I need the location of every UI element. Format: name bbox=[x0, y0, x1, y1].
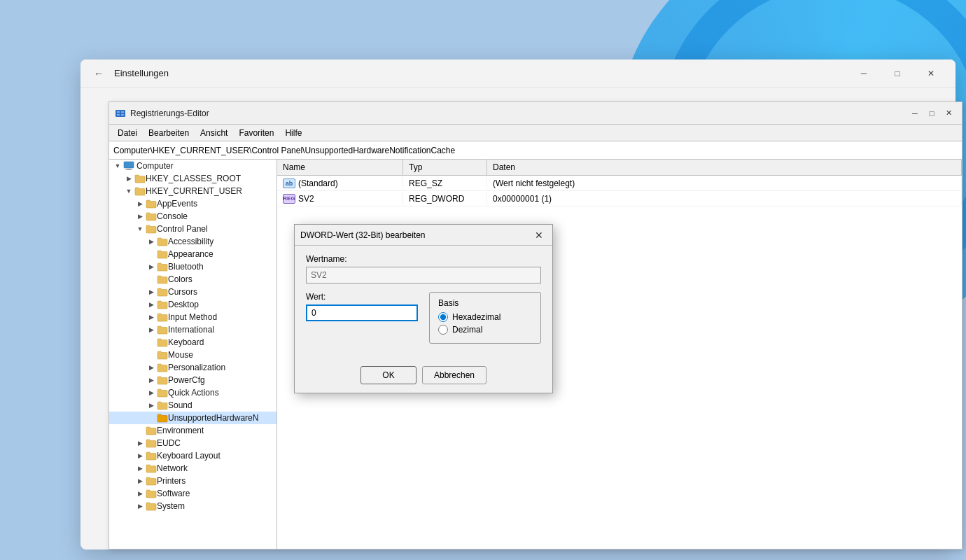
tree-environment[interactable]: Environment bbox=[109, 424, 276, 437]
folder-icon-unsupported bbox=[157, 413, 168, 423]
system-expander: ▶ bbox=[134, 500, 146, 512]
international-label: International bbox=[168, 325, 214, 335]
menu-bearbeiten[interactable]: Bearbeiten bbox=[143, 127, 195, 139]
tree-desktop[interactable]: ▶ Desktop bbox=[109, 298, 276, 311]
svg-rect-4 bbox=[121, 114, 124, 115]
back-button[interactable]: ← bbox=[89, 64, 108, 83]
folder-icon-powercfg bbox=[157, 375, 168, 385]
tree-network[interactable]: ▶ Network bbox=[109, 462, 276, 475]
tree-printers[interactable]: ▶ Printers bbox=[109, 475, 276, 487]
minimize-button[interactable]: ─ bbox=[848, 62, 880, 85]
console-label: Console bbox=[157, 211, 188, 221]
ok-button[interactable]: OK bbox=[360, 366, 416, 384]
bluetooth-label: Bluetooth bbox=[168, 262, 204, 272]
cursors-label: Cursors bbox=[168, 287, 197, 297]
folder-icon-system bbox=[146, 501, 157, 511]
menu-favoriten[interactable]: Favoriten bbox=[233, 127, 279, 139]
dezimal-radio[interactable] bbox=[438, 325, 448, 335]
folder-icon-international bbox=[157, 325, 168, 335]
console-expander: ▶ bbox=[134, 211, 146, 222]
tree-colors[interactable]: Colors bbox=[109, 273, 276, 286]
tree-personalization[interactable]: ▶ Personalization bbox=[109, 361, 276, 374]
tree-console[interactable]: ▶ Console bbox=[109, 210, 276, 223]
menu-datei[interactable]: Datei bbox=[112, 127, 143, 139]
folder-icon-sound bbox=[157, 400, 168, 410]
settings-title: Einstellungen bbox=[114, 68, 169, 78]
mouse-label: Mouse bbox=[168, 350, 193, 360]
tree-appearance[interactable]: Appearance bbox=[109, 248, 276, 260]
basis-col: Basis Hexadezimal Dezimal bbox=[429, 292, 541, 344]
svg-rect-1 bbox=[117, 111, 120, 113]
tree-quickactions[interactable]: ▶ Quick Actions bbox=[109, 386, 276, 399]
tree-cursors[interactable]: ▶ Cursors bbox=[109, 286, 276, 298]
folder-icon-personalization bbox=[157, 363, 168, 372]
folder-icon-appearance bbox=[157, 249, 168, 259]
accessibility-label: Accessibility bbox=[168, 237, 214, 246]
menu-hilfe[interactable]: Hilfe bbox=[279, 127, 307, 139]
abbrechen-button[interactable]: Abbrechen bbox=[422, 366, 486, 384]
basis-group: Basis Hexadezimal Dezimal bbox=[429, 292, 541, 344]
tree-appevents[interactable]: ▶ AppEvents bbox=[109, 197, 276, 210]
hkcr-label: HKEY_CLASSES_ROOT bbox=[146, 174, 241, 183]
tree-bluetooth[interactable]: ▶ Bluetooth bbox=[109, 260, 276, 273]
software-label: Software bbox=[157, 489, 190, 498]
tree-international[interactable]: ▶ International bbox=[109, 323, 276, 336]
tree-sound[interactable]: ▶ Sound bbox=[109, 399, 276, 412]
row2-type: REG_DWORD bbox=[403, 192, 487, 205]
quickactions-expander: ▶ bbox=[146, 387, 157, 398]
folder-icon-colors bbox=[157, 274, 168, 284]
dezimal-radio-row[interactable]: Dezimal bbox=[438, 325, 532, 335]
close-button[interactable]: ✕ bbox=[915, 62, 947, 85]
row2-data: 0x00000001 (1) bbox=[487, 192, 962, 205]
wertname-label: Wertname: bbox=[306, 254, 541, 264]
wert-input[interactable] bbox=[306, 304, 418, 321]
th-name: Name bbox=[277, 160, 403, 175]
menu-bar: Datei Bearbeiten Ansicht Favoriten Hilfe bbox=[109, 125, 962, 141]
tree-keyboard[interactable]: Keyboard bbox=[109, 336, 276, 349]
svg-rect-0 bbox=[115, 110, 125, 117]
quickactions-label: Quick Actions bbox=[168, 388, 219, 398]
reg-maximize-btn[interactable]: □ bbox=[924, 106, 939, 120]
dword-dialog: DWORD-Wert (32-Bit) bearbeiten ✕ Wertnam… bbox=[294, 224, 553, 393]
tree-mouse[interactable]: Mouse bbox=[109, 349, 276, 361]
bluetooth-expander: ▶ bbox=[146, 261, 157, 272]
tree-system[interactable]: ▶ System bbox=[109, 500, 276, 512]
keyboardlayout-expander: ▶ bbox=[134, 450, 146, 461]
reg-app-icon bbox=[115, 108, 126, 119]
tree-keyboardlayout[interactable]: ▶ Keyboard Layout bbox=[109, 449, 276, 462]
settings-title-bar: ← Einstellungen ─ □ ✕ bbox=[80, 59, 955, 88]
tree-controlpanel[interactable]: ▼ Control Panel bbox=[109, 223, 276, 235]
hexadezimal-radio[interactable] bbox=[438, 312, 448, 322]
tree-accessibility[interactable]: ▶ Accessibility bbox=[109, 235, 276, 248]
folder-icon-bluetooth bbox=[157, 262, 168, 272]
powercfg-label: PowerCfg bbox=[168, 375, 205, 385]
address-bar: Computer\HKEY_CURRENT_USER\Control Panel… bbox=[109, 141, 962, 160]
environment-label: Environment bbox=[157, 426, 204, 435]
folder-icon-console bbox=[146, 211, 157, 221]
tree-unsupported[interactable]: UnsupportedHardwareN bbox=[109, 412, 276, 424]
appearance-label: Appearance bbox=[168, 249, 214, 259]
table-row[interactable]: REG SV2 REG_DWORD 0x00000001 (1) bbox=[277, 191, 962, 206]
hexadezimal-radio-row[interactable]: Hexadezimal bbox=[438, 312, 532, 322]
folder-icon-inputmethod bbox=[157, 312, 168, 322]
tree-hkcr[interactable]: ▶ HKEY_CLASSES_ROOT bbox=[109, 172, 276, 185]
tree-eudc[interactable]: ▶ EUDC bbox=[109, 437, 276, 449]
tree-inputmethod[interactable]: ▶ Input Method bbox=[109, 311, 276, 323]
wertname-input[interactable] bbox=[306, 267, 541, 284]
reg-close-btn[interactable]: ✕ bbox=[941, 106, 956, 120]
row1-data: (Wert nicht festgelegt) bbox=[487, 177, 962, 190]
tree-panel[interactable]: ▼ Computer ▶ HKEY_CLASSES_ROOT ▼ bbox=[109, 160, 277, 549]
reg-minimize-btn[interactable]: ─ bbox=[907, 106, 923, 120]
tree-hkcu[interactable]: ▼ HKEY_CURRENT_USER bbox=[109, 185, 276, 197]
maximize-button[interactable]: □ bbox=[881, 62, 913, 85]
dialog-body: Wertname: Wert: Basis Hexadezimal bbox=[295, 246, 552, 360]
personalization-label: Personalization bbox=[168, 363, 225, 372]
international-expander: ▶ bbox=[146, 324, 157, 335]
tree-root[interactable]: ▼ Computer bbox=[109, 160, 276, 172]
tree-powercfg[interactable]: ▶ PowerCfg bbox=[109, 374, 276, 386]
dialog-close-button[interactable]: ✕ bbox=[531, 228, 547, 242]
table-row[interactable]: ab (Standard) REG_SZ (Wert nicht festgel… bbox=[277, 176, 962, 191]
menu-ansicht[interactable]: Ansicht bbox=[195, 127, 233, 139]
window-controls: ─ □ ✕ bbox=[848, 62, 947, 85]
tree-software[interactable]: ▶ Software bbox=[109, 487, 276, 500]
